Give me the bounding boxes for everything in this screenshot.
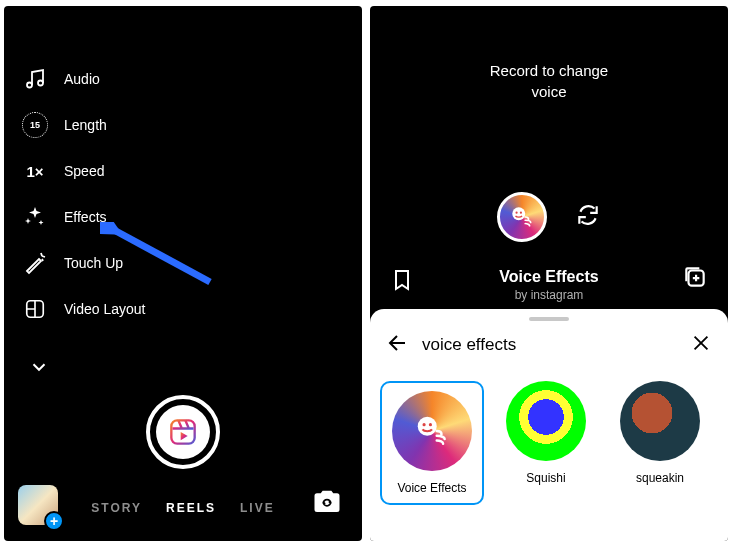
result-thumb-icon xyxy=(392,391,472,471)
svg-point-1 xyxy=(38,81,43,86)
svg-point-8 xyxy=(418,417,437,436)
wand-icon xyxy=(22,250,48,276)
effect-preview[interactable] xyxy=(497,192,547,242)
svg-point-10 xyxy=(429,423,432,426)
reels-shutter-icon xyxy=(156,405,210,459)
retry-button[interactable] xyxy=(575,202,601,232)
result-thumb-icon xyxy=(506,381,586,461)
tool-label: Effects xyxy=(64,209,107,225)
clear-search-button[interactable] xyxy=(690,332,712,358)
tool-label: Video Layout xyxy=(64,301,145,317)
refresh-icon xyxy=(575,202,601,228)
mode-tab-reels[interactable]: REELS xyxy=(166,501,216,515)
mode-tab-story[interactable]: STORY xyxy=(91,501,142,515)
result-thumb-icon xyxy=(620,381,700,461)
tool-touchup[interactable]: Touch Up xyxy=(22,250,145,276)
tool-length[interactable]: 15 Length xyxy=(22,112,145,138)
voice-effects-screen: Record to change voice V xyxy=(370,6,728,541)
result-voice-effects[interactable]: Voice Effects xyxy=(380,381,484,505)
svg-rect-3 xyxy=(171,420,194,443)
result-squishi[interactable]: Squishi xyxy=(494,381,598,505)
svg-point-5 xyxy=(516,212,518,214)
effect-title-block: Voice Effects by instagram xyxy=(370,268,728,302)
svg-point-0 xyxy=(27,83,32,88)
tool-label: Audio xyxy=(64,71,100,87)
tool-more[interactable] xyxy=(26,354,145,380)
result-label: Voice Effects xyxy=(397,481,466,495)
svg-point-4 xyxy=(512,207,525,220)
tool-label: Speed xyxy=(64,163,104,179)
arrow-left-icon xyxy=(386,331,410,355)
search-input[interactable]: voice effects xyxy=(422,335,678,355)
chevron-down-icon xyxy=(26,354,52,380)
flip-camera-button[interactable] xyxy=(310,487,344,521)
tool-label: Touch Up xyxy=(64,255,123,271)
effect-author: by instagram xyxy=(370,288,728,302)
add-to-collection-button[interactable] xyxy=(682,264,708,294)
record-button[interactable] xyxy=(146,395,220,469)
tool-effects[interactable]: Effects xyxy=(22,204,145,230)
record-hint: Record to change voice xyxy=(370,60,728,102)
reels-create-screen: Audio 15 Length 1× Speed xyxy=(4,6,362,541)
result-squeakin[interactable]: squeakin xyxy=(608,381,712,505)
layout-icon xyxy=(22,296,48,322)
back-button[interactable] xyxy=(386,331,410,359)
mode-tab-live[interactable]: LIVE xyxy=(240,501,275,515)
effect-results: Voice Effects Squishi squeakin xyxy=(370,369,728,517)
effect-name: Voice Effects xyxy=(370,268,728,286)
close-icon xyxy=(690,332,712,354)
voice-face-icon xyxy=(509,204,535,230)
flip-camera-icon xyxy=(312,487,342,521)
svg-point-9 xyxy=(423,423,426,426)
effects-sheet: voice effects Voice xyxy=(370,309,728,541)
tool-list: Audio 15 Length 1× Speed xyxy=(22,66,145,380)
mode-tabs: STORY REELS LIVE xyxy=(4,501,362,515)
sparkles-icon xyxy=(22,204,48,230)
speed-icon: 1× xyxy=(22,158,48,184)
collection-plus-icon xyxy=(682,264,708,290)
music-icon xyxy=(22,66,48,92)
result-label: Squishi xyxy=(526,471,565,485)
length-icon: 15 xyxy=(22,112,48,138)
tool-layout[interactable]: Video Layout xyxy=(22,296,145,322)
tool-audio[interactable]: Audio xyxy=(22,66,145,92)
sheet-drag-handle[interactable] xyxy=(529,317,569,321)
svg-point-6 xyxy=(520,212,522,214)
tool-label: Length xyxy=(64,117,107,133)
result-label: squeakin xyxy=(636,471,684,485)
tool-speed[interactable]: 1× Speed xyxy=(22,158,145,184)
